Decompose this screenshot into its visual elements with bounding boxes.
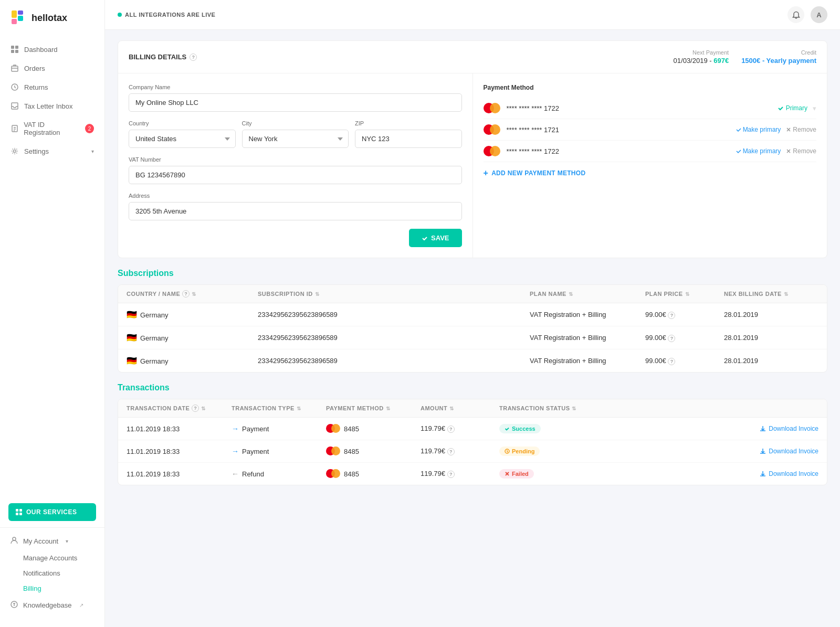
svg-rect-4: [11, 46, 14, 49]
sidebar-item-manage-accounts[interactable]: Manage Accounts: [0, 550, 104, 566]
country-select[interactable]: United States: [129, 130, 236, 148]
sidebar-item-notifications[interactable]: Notifications: [0, 566, 104, 581]
sub-country-1: 🇩🇪Germany: [127, 310, 258, 320]
sidebar-item-returns[interactable]: Returns: [0, 78, 104, 97]
app-layout: hellotax Dashboard Orders Returns: [0, 0, 840, 627]
check-icon: [778, 105, 784, 111]
sub-price-3: 99.00€ ?: [645, 357, 724, 365]
notifications-button[interactable]: [788, 6, 804, 23]
checkmark-icon: [422, 235, 428, 241]
arrow-right-icon: →: [232, 424, 239, 433]
gear-icon: [10, 147, 19, 155]
card-actions-2: Make primary Remove: [736, 126, 816, 133]
city-group: City New York: [242, 120, 349, 148]
svg-rect-6: [11, 50, 14, 53]
add-payment-button[interactable]: + ADD NEW PAYMENT METHOD: [484, 168, 817, 178]
card-logo-2: [326, 447, 341, 456]
card-actions-1: Primary ▾: [778, 104, 816, 112]
download-icon: [760, 426, 766, 432]
page-content: BILLING DETAILS ? Next Payment 01/03/201…: [105, 30, 840, 506]
billing-meta: Next Payment 01/03/2019 - 697€ Credit 15…: [674, 49, 816, 65]
col-plan-price: PLAN PRICE ⇅: [645, 291, 724, 297]
arrow-left-icon: ←: [232, 470, 239, 478]
billing-form: Company Name Country United States: [118, 73, 473, 258]
grid-icon: [10, 45, 19, 54]
city-select[interactable]: New York: [242, 130, 349, 148]
form-actions: SAVE: [129, 229, 462, 247]
payment-card-1: **** **** **** 1722 Primary ▾: [484, 98, 817, 119]
payment-methods-panel: Payment Method **** **** **** 1722: [473, 73, 827, 258]
billing-card: BILLING DETAILS ? Next Payment 01/03/201…: [118, 40, 827, 258]
subscription-row-2: 🇩🇪Germany 233429562395623896589 VAT Regi…: [118, 326, 827, 349]
make-primary-btn-2[interactable]: Make primary: [736, 126, 781, 133]
logo-text: hellotax: [32, 13, 67, 24]
payment-card-3: **** **** **** 1722 Make primary Remove: [484, 141, 817, 162]
payment-card-2: **** **** **** 1721 Make primary Remove: [484, 119, 817, 141]
sidebar-item-orders[interactable]: Orders: [0, 59, 104, 78]
subscription-row-3: 🇩🇪Germany 233429562395623896589 VAT Regi…: [118, 349, 827, 372]
download-invoice-2[interactable]: Download Invoice: [604, 448, 818, 455]
remove-btn-3[interactable]: Remove: [786, 147, 816, 155]
vat-input[interactable]: [129, 166, 462, 184]
check-icon: [736, 148, 741, 154]
trans-status-3: Failed: [499, 469, 604, 479]
trans-status-2: Pending: [499, 447, 604, 456]
sidebar-nav: Dashboard Orders Returns Tax Letter Inbo…: [0, 36, 104, 497]
sidebar-item-vat-id-registration[interactable]: VAT ID Registration 2: [0, 115, 104, 142]
user-icon: [10, 537, 18, 546]
download-invoice-1[interactable]: Download Invoice: [604, 425, 818, 432]
sidebar-item-billing[interactable]: Billing: [0, 581, 104, 596]
transaction-row-3: 11.01.2019 18:33 ← Refund 8485: [118, 463, 827, 485]
transactions-section: Transactions TRANSACTION DATE ? ⇅ TRANSA…: [118, 383, 827, 485]
make-primary-btn-3[interactable]: Make primary: [736, 147, 781, 155]
inbox-icon: [10, 102, 19, 110]
download-icon-3: [760, 471, 766, 477]
transaction-row-1: 11.01.2019 18:33 → Payment 8485: [118, 418, 827, 440]
credit-meta: Credit 1500€ - Yearly payment: [741, 49, 816, 65]
trans-amount-1: 119.79€ ?: [421, 424, 499, 433]
save-button[interactable]: SAVE: [409, 229, 461, 247]
col-transaction-date: TRANSACTION DATE ? ⇅: [127, 405, 232, 412]
primary-badge: Primary: [778, 104, 807, 112]
remove-btn-2[interactable]: Remove: [786, 126, 816, 133]
sidebar-logo: hellotax: [0, 0, 104, 36]
billing-card-header: BILLING DETAILS ? Next Payment 01/03/201…: [118, 41, 827, 73]
mastercard-logo-3: [484, 146, 500, 156]
download-invoice-3[interactable]: Download Invoice: [604, 470, 818, 477]
my-account-item[interactable]: My Account ▾: [0, 532, 104, 550]
address-input[interactable]: [129, 202, 462, 220]
trans-card-2: 8485: [326, 447, 421, 456]
sidebar-item-tax-letter-inbox[interactable]: Tax Letter Inbox: [0, 97, 104, 115]
check-icon: [736, 127, 741, 132]
sidebar-item-dashboard[interactable]: Dashboard: [0, 40, 104, 59]
sidebar: hellotax Dashboard Orders Returns: [0, 0, 105, 627]
company-name-input[interactable]: [129, 93, 462, 112]
subscriptions-header: COUNTRY / NAME ? ⇅ SUBSCRIPTION ID ⇅ PLA…: [118, 285, 827, 303]
services-button[interactable]: OUR SERVICES: [8, 503, 96, 521]
sub-country-3: 🇩🇪Germany: [127, 356, 258, 366]
user-avatar[interactable]: A: [811, 6, 827, 23]
col-plan-name: PLAN NAME ⇅: [530, 291, 645, 297]
sidebar-bottom: My Account ▾ Manage Accounts Notificatio…: [0, 527, 104, 619]
zip-input[interactable]: [355, 130, 462, 148]
sub-country-2: 🇩🇪Germany: [127, 333, 258, 343]
sidebar-item-settings[interactable]: Settings ▾: [0, 142, 104, 161]
zip-group: ZIP: [355, 120, 462, 148]
subscription-row-1: 🇩🇪Germany 233429562395623896589 VAT Regi…: [118, 303, 827, 326]
next-payment-meta: Next Payment 01/03/2019 - 697€: [674, 49, 729, 65]
trans-amount-2: 119.79€ ?: [421, 447, 499, 455]
transaction-row-2: 11.01.2019 18:33 → Payment 8485: [118, 440, 827, 463]
vat-group: VAT Number: [129, 156, 462, 184]
svg-point-12: [14, 150, 16, 153]
knowledgebase-icon: [10, 601, 18, 610]
sidebar-item-knowledgebase[interactable]: Knowledgebase ↗: [0, 596, 104, 614]
services-grid-icon: [16, 509, 22, 515]
bell-icon: [792, 11, 800, 19]
company-name-group: Company Name: [129, 84, 462, 112]
billing-details-title: BILLING DETAILS ?: [129, 53, 197, 61]
success-check-icon: [505, 426, 510, 431]
subscriptions-table: COUNTRY / NAME ? ⇅ SUBSCRIPTION ID ⇅ PLA…: [118, 284, 827, 373]
svg-rect-7: [15, 50, 18, 53]
mastercard-logo-1: [484, 103, 500, 113]
topbar: ALL INTEGRATIONS ARE LIVE A: [105, 0, 840, 30]
